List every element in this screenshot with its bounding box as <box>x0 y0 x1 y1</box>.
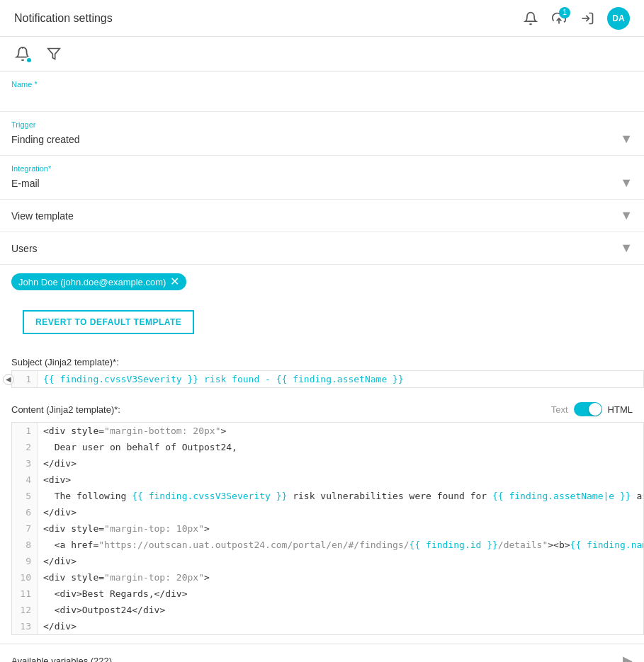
subject-code-text: {{ finding.cvssV3Severity }} risk found … <box>43 374 404 384</box>
view-template-row: View template ▼ <box>11 208 633 223</box>
notification-icon[interactable] <box>522 10 539 27</box>
export-icon[interactable] <box>579 10 596 27</box>
users-value: Users <box>11 243 620 254</box>
chip-close-icon[interactable]: ✕ <box>170 276 179 287</box>
integration-chevron[interactable]: ▼ <box>620 176 633 190</box>
filter-icon[interactable] <box>43 42 65 65</box>
name-input[interactable]: My Notification <box>11 91 633 103</box>
subject-code-section: ◀ 1 {{ finding.cvssV3Severity }} risk fo… <box>11 370 644 388</box>
trigger-value: Finding created <box>11 134 620 145</box>
users-chevron[interactable]: ▼ <box>620 241 633 256</box>
upload-badge: 1 <box>559 7 570 18</box>
header: Notification settings 1 DA <box>0 0 644 37</box>
users-field: Users ▼ <box>0 232 644 265</box>
content-header: Content (Jinja2 template)*: Text HTML <box>0 396 644 422</box>
available-vars-label: Available variables (222) <box>11 656 623 663</box>
integration-field: Integration* E-mail ▼ <box>0 156 644 200</box>
toggle-html-label: HTML <box>608 404 633 415</box>
page-title: Notification settings <box>14 12 522 25</box>
subject-code-block: 1 {{ finding.cvssV3Severity }} risk foun… <box>11 370 644 388</box>
view-template-field: View template ▼ <box>0 200 644 232</box>
view-template-value: View template <box>11 210 620 222</box>
code-line-1: 1 <div style="margin-bottom: 20px"> <box>12 423 643 439</box>
chip-text: John Doe (john.doe@example.com) <box>18 277 166 287</box>
users-row: Users ▼ <box>11 241 633 256</box>
revert-button[interactable]: REVERT TO DEFAULT TEMPLATE <box>23 310 194 334</box>
code-line-10: 10 <div style="margin-top: 20px"> <box>12 569 643 586</box>
name-field: Name * My Notification <box>0 72 644 112</box>
integration-row: E-mail ▼ <box>11 176 633 190</box>
name-label: Name * <box>11 80 633 89</box>
integration-value: E-mail <box>11 178 620 189</box>
code-line-7: 7 <div style="margin-top: 10px"> <box>12 520 643 537</box>
code-line-9: 9 </div> <box>12 553 643 569</box>
content-code-block: 1 <div style="margin-bottom: 20px"> 2 De… <box>11 422 644 635</box>
svg-marker-3 <box>48 49 60 59</box>
content-label: Content (Jinja2 template)*: <box>11 404 551 415</box>
subject-container: Subject (Jinja2 template)*: <box>0 351 644 370</box>
toolbar <box>0 37 644 72</box>
toggle-switch[interactable] <box>574 402 602 416</box>
code-line-13: 13 </div> <box>12 618 643 634</box>
revert-container: REVERT TO DEFAULT TEMPLATE <box>0 299 644 351</box>
toggle-knob <box>589 403 601 416</box>
code-line-3: 3 </div> <box>12 455 643 472</box>
trigger-row: Finding created ▼ <box>11 132 633 147</box>
header-icons: 1 DA <box>522 7 630 30</box>
collapse-arrow[interactable]: ◀ <box>3 374 14 385</box>
toggle-group: Text HTML <box>551 402 633 416</box>
form-content: Name * My Notification Trigger Finding c… <box>0 72 644 662</box>
code-line-6: 6 </div> <box>12 504 643 520</box>
code-line-4: 4 <div> <box>12 472 643 488</box>
trigger-field: Trigger Finding created ▼ <box>0 112 644 156</box>
add-notification-icon[interactable] <box>11 42 34 65</box>
code-line-8: 8 <a href="https://outscan.uat.outpost24… <box>12 537 643 553</box>
view-template-chevron[interactable]: ▼ <box>620 208 633 223</box>
code-line-12: 12 <div>Outpost24</div> <box>12 602 643 618</box>
upload-icon[interactable]: 1 <box>550 10 567 27</box>
subject-label: Subject (Jinja2 template)*: <box>11 357 119 367</box>
code-line-11: 11 <div>Best Regards,</div> <box>12 586 643 602</box>
avatar[interactable]: DA <box>607 7 630 30</box>
trigger-label: Trigger <box>11 120 633 129</box>
available-vars-chevron-icon: ▶ <box>623 653 633 662</box>
code-line-5: 5 The following {{ finding.cvssV3Severit… <box>12 488 643 504</box>
trigger-chevron[interactable]: ▼ <box>620 132 633 147</box>
toggle-text-label: Text <box>551 404 568 415</box>
integration-label: Integration* <box>11 164 633 173</box>
code-line-2: 2 Dear user on behalf of Outpost24, <box>12 439 643 455</box>
available-variables[interactable]: Available variables (222) ▶ <box>0 644 644 662</box>
chip-container: John Doe (john.doe@example.com) ✕ <box>0 265 644 299</box>
add-dot <box>26 57 33 64</box>
user-chip: John Doe (john.doe@example.com) ✕ <box>11 273 186 290</box>
subject-line: 1 {{ finding.cvssV3Severity }} risk foun… <box>12 371 643 387</box>
